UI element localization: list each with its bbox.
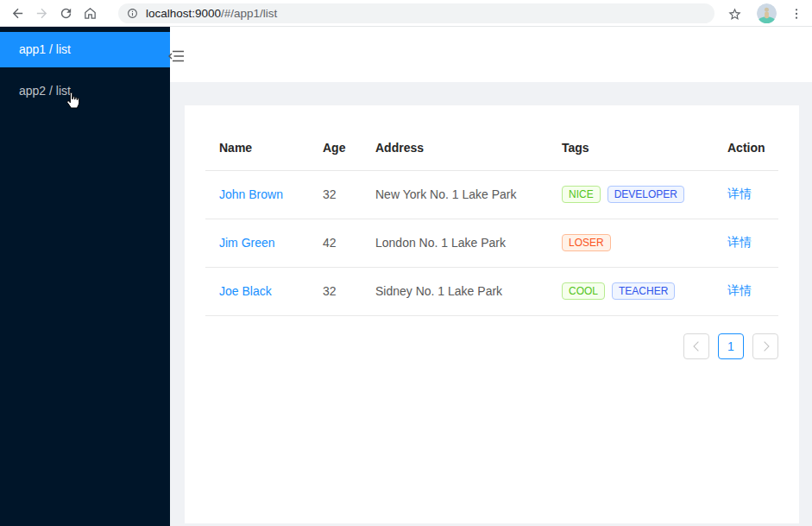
tags-cell: COOLTEACHER [548,267,714,315]
next-page-button[interactable] [752,333,778,359]
detail-link[interactable]: 详情 [727,283,752,297]
url-host: localhost:9000 [146,7,221,20]
back-arrow-icon [10,6,25,21]
tags-cell: LOSER [548,219,714,267]
sidebar-item-app2-list[interactable]: app2 / list [0,73,170,109]
age-cell: 32 [309,170,362,219]
address-bar[interactable]: localhost:9000/#/app1/list [118,3,714,23]
profile-avatar[interactable] [757,3,777,23]
table-row: Joe Black 32 Sidney No. 1 Lake Park COOL… [205,267,778,315]
table-header-row: Name Age Address Tags Action [205,126,778,170]
app-header [170,27,812,82]
home-button[interactable] [78,1,102,25]
browser-menu-button[interactable] [788,4,805,23]
column-header-tags: Tags [548,126,714,170]
table-row: John Brown 32 New York No. 1 Lake Park N… [205,170,778,219]
name-link[interactable]: Jim Green [219,236,275,250]
tag: DEVELOPER [607,186,684,203]
menu-fold-icon [168,48,185,64]
url-path: /#/app1/list [221,7,277,20]
prev-page-button[interactable] [683,333,709,359]
sidebar: app1 / list app2 / list [0,27,170,526]
url-text: localhost:9000/#/app1/list [146,7,277,20]
data-table: Name Age Address Tags Action John Brown … [205,126,778,316]
name-link[interactable]: John Brown [219,187,283,201]
avatar-image [757,3,777,23]
tag: TEACHER [612,282,675,300]
age-cell: 42 [309,219,362,267]
home-icon [83,6,98,21]
content-area: Name Age Address Tags Action John Brown … [170,82,812,526]
page-1-button[interactable]: 1 [718,333,744,359]
reload-icon [59,6,73,21]
column-header-name: Name [205,126,309,170]
column-header-age: Age [309,126,362,170]
detail-link[interactable]: 详情 [727,187,752,200]
address-cell: Sidney No. 1 Lake Park [362,267,548,315]
kebab-menu-icon [790,7,803,21]
forward-button[interactable] [29,1,54,25]
browser-toolbar: localhost:9000/#/app1/list [0,0,812,27]
age-cell: 32 [309,267,362,315]
sidebar-collapse-trigger[interactable] [168,48,185,64]
back-button[interactable] [5,1,29,25]
tag: NICE [562,186,601,203]
name-link[interactable]: Joe Black [219,284,272,298]
bookmark-button[interactable] [725,4,744,23]
table-card: Name Age Address Tags Action John Brown … [185,105,799,523]
address-cell: London No. 1 Lake Park [362,219,548,267]
column-header-action: Action [714,126,778,170]
column-header-address: Address [362,126,548,170]
star-icon [727,7,742,22]
pagination: 1 [205,333,778,359]
detail-link[interactable]: 详情 [727,235,752,249]
tags-cell: NICEDEVELOPER [548,170,714,219]
page-info-icon [127,8,138,19]
sidebar-item-app1-list[interactable]: app1 / list [0,32,170,67]
tag: COOL [562,282,605,300]
address-cell: New York No. 1 Lake Park [362,170,548,219]
forward-arrow-icon [35,6,49,21]
table-row: Jim Green 42 London No. 1 Lake Park LOSE… [205,219,778,267]
tag: LOSER [562,234,611,251]
chevron-right-icon [759,341,769,351]
reload-button[interactable] [54,1,78,25]
chevron-left-icon [693,341,702,351]
